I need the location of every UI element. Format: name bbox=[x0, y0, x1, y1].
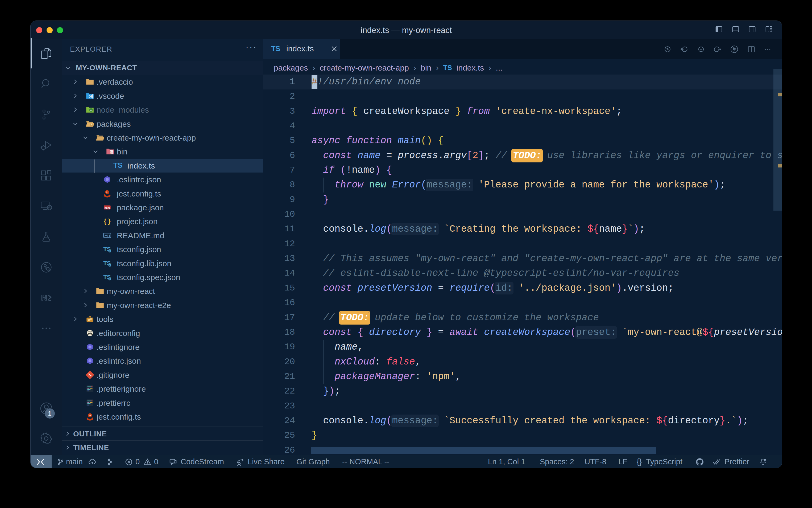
svg-text:JS: JS bbox=[90, 109, 93, 112]
svg-text:npm: npm bbox=[104, 206, 110, 209]
svg-text:10: 10 bbox=[110, 152, 112, 154]
